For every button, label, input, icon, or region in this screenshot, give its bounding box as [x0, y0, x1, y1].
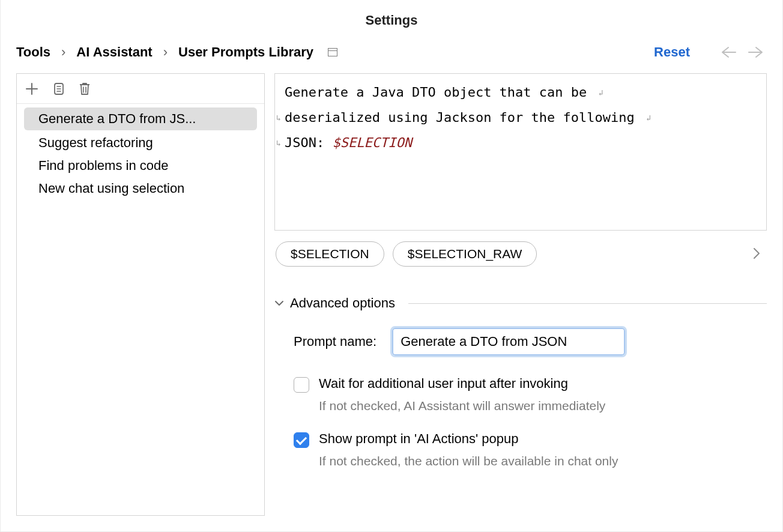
breadcrumb-tools[interactable]: Tools — [16, 44, 50, 60]
list-item[interactable]: New chat using selection — [17, 177, 264, 200]
add-button[interactable] — [25, 82, 38, 95]
wrap-icon: ↳ — [276, 111, 281, 126]
advanced-options-label: Advanced options — [290, 295, 395, 311]
sidebar-toolbar — [17, 74, 264, 104]
editor-text: JSON: — [285, 135, 332, 150]
wrap-icon: ↳ — [276, 136, 281, 151]
breadcrumb: Tools › AI Assistant › User Prompts Libr… — [16, 44, 337, 60]
chip-selection[interactable]: $SELECTION — [276, 241, 384, 267]
breadcrumb-user-prompts-library[interactable]: User Prompts Library — [178, 44, 313, 60]
chevron-right-icon: › — [61, 44, 65, 60]
chevron-down-icon — [274, 300, 284, 307]
prompt-editor[interactable]: Generate a Java DTO object that can be ↲… — [274, 73, 767, 231]
settings-window: Settings Tools › AI Assistant › User Pro… — [0, 0, 783, 532]
window-icon — [328, 48, 337, 56]
nav-arrows — [720, 46, 764, 58]
chips-row: $SELECTION $SELECTION_RAW — [276, 241, 767, 267]
forward-button[interactable] — [748, 46, 764, 58]
show-hint: If not checked, the action will be avail… — [319, 454, 767, 468]
wait-checkbox-label[interactable]: Wait for additional user input after inv… — [319, 376, 568, 391]
reset-button[interactable]: Reset — [654, 44, 690, 60]
editor-variable: $SELECTION — [332, 135, 411, 150]
wait-checkbox-row: Wait for additional user input after inv… — [294, 376, 767, 393]
editor-text: deserialized using Jackson for the follo… — [285, 110, 642, 125]
prompt-name-label: Prompt name: — [294, 334, 376, 349]
chevron-right-icon: › — [163, 44, 168, 60]
prompt-name-input[interactable] — [392, 328, 625, 355]
advanced-options-body: Prompt name: Wait for additional user in… — [274, 328, 767, 486]
chip-selection-raw[interactable]: $SELECTION_RAW — [393, 241, 537, 267]
list-item[interactable]: Suggest refactoring — [17, 131, 264, 154]
breadcrumb-ai-assistant[interactable]: AI Assistant — [76, 44, 152, 60]
header-row: Tools › AI Assistant › User Prompts Libr… — [1, 41, 782, 73]
wait-checkbox[interactable] — [294, 377, 309, 393]
window-title: Settings — [366, 13, 418, 28]
prompt-list: Generate a DTO from JS... Suggest refact… — [17, 104, 264, 200]
main-panel: Generate a Java DTO object that can be ↲… — [274, 73, 767, 516]
advanced-options-header[interactable]: Advanced options — [274, 295, 767, 311]
chevron-right-icon[interactable] — [752, 247, 761, 262]
show-checkbox[interactable] — [294, 432, 309, 448]
content: Generate a DTO from JS... Suggest refact… — [1, 73, 782, 531]
wrap-icon: ↲ — [599, 86, 603, 101]
wrap-icon: ↲ — [646, 111, 651, 126]
list-item[interactable]: Find problems in code — [17, 154, 264, 177]
wait-hint: If not checked, AI Assistant will answer… — [319, 399, 767, 413]
delete-button[interactable] — [78, 82, 91, 96]
separator — [408, 303, 767, 304]
editor-text: Generate a Java DTO object that can be — [285, 85, 595, 100]
titlebar: Settings — [1, 0, 782, 41]
list-item[interactable]: Generate a DTO from JS... — [24, 107, 257, 130]
show-checkbox-label[interactable]: Show prompt in 'AI Actions' popup — [319, 431, 518, 447]
back-button[interactable] — [720, 46, 737, 58]
sidebar: Generate a DTO from JS... Suggest refact… — [16, 73, 265, 516]
prompt-name-row: Prompt name: — [294, 328, 767, 355]
copy-button[interactable] — [52, 82, 65, 96]
show-checkbox-row: Show prompt in 'AI Actions' popup — [294, 431, 767, 448]
